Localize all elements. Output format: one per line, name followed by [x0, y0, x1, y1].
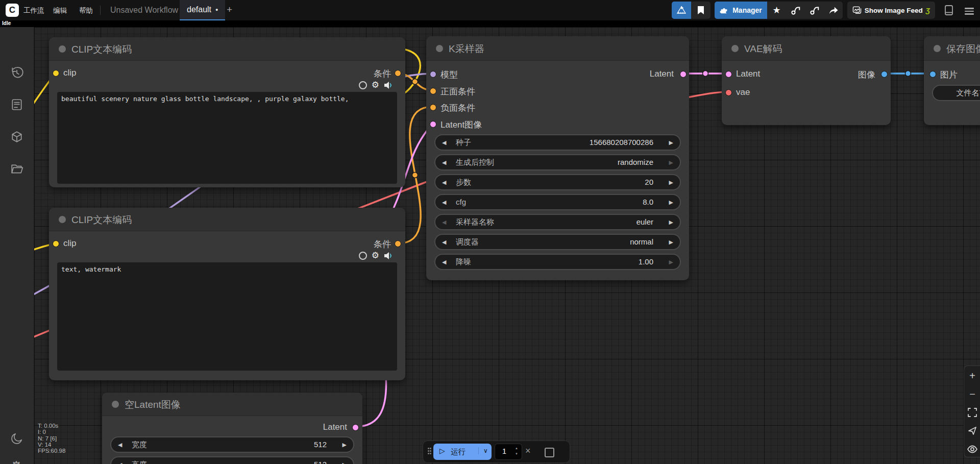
- node-library-icon[interactable]: [10, 98, 23, 111]
- seed-widget[interactable]: ◀ 种子 156680208700286 ▶: [434, 134, 681, 151]
- gear-icon[interactable]: ⚙: [372, 81, 379, 89]
- negative-input-port[interactable]: [430, 104, 436, 111]
- zoom-out-button[interactable]: −: [964, 385, 980, 403]
- menu-workflow[interactable]: 工作流: [23, 6, 44, 15]
- negative-prompt-textarea[interactable]: text, watermark: [57, 262, 397, 371]
- manager-tool-button-1[interactable]: [786, 2, 805, 19]
- node-ksampler[interactable]: K采样器 模型 正面条件 负面条件 Latent图像 Latent ◀ 种子 1…: [426, 36, 689, 280]
- toggle-circle-icon[interactable]: [359, 252, 367, 260]
- decrement-arrow[interactable]: ◀: [442, 239, 446, 246]
- decrement-arrow[interactable]: ◀: [442, 219, 446, 226]
- increment-arrow[interactable]: ▶: [669, 179, 673, 186]
- decrement-arrow[interactable]: ◀: [442, 139, 446, 146]
- select-mode-button[interactable]: [964, 422, 980, 440]
- share-button[interactable]: [824, 2, 843, 19]
- latent-input-port[interactable]: [430, 121, 436, 128]
- comfyui-logo[interactable]: C: [6, 4, 19, 17]
- node-header[interactable]: VAE解码: [722, 36, 891, 61]
- run-button[interactable]: ▷ 运行 ∨: [433, 444, 492, 460]
- menu-edit[interactable]: 编辑: [53, 6, 67, 15]
- chevron-down-icon[interactable]: ∨: [478, 447, 488, 454]
- gear-icon[interactable]: ⚙: [372, 251, 379, 260]
- conditioning-output-port[interactable]: [395, 70, 401, 77]
- latent-output-port[interactable]: [352, 424, 359, 431]
- decrement-arrow[interactable]: ◀: [442, 179, 446, 186]
- node-empty-latent-image[interactable]: 空Latent图像 Latent ◀ 宽度 512 ▶ ◀ 高度 512 ▶: [102, 393, 362, 464]
- model-library-icon[interactable]: [10, 130, 23, 143]
- cfg-widget[interactable]: ◀ cfg 8.0 ▶: [434, 194, 681, 210]
- settings-gear-icon[interactable]: ⚙: [10, 460, 23, 464]
- toggle-circle-icon[interactable]: [359, 81, 367, 89]
- queue-history-icon[interactable]: [10, 66, 23, 79]
- speaker-icon[interactable]: [384, 81, 393, 89]
- positive-prompt-textarea[interactable]: beautiful scenery nature glass bottle la…: [57, 92, 397, 184]
- latent-input-port[interactable]: [725, 71, 732, 78]
- image-output-port[interactable]: [881, 71, 888, 78]
- bookmark-button[interactable]: [691, 2, 710, 19]
- menu-help[interactable]: 帮助: [79, 6, 93, 15]
- increment-arrow[interactable]: ▶: [669, 239, 673, 246]
- increment-arrow[interactable]: ▶: [342, 461, 347, 464]
- node-header[interactable]: CLIP文本编码: [49, 37, 405, 61]
- height-widget[interactable]: ◀ 高度 512 ▶: [110, 456, 354, 464]
- hamburger-menu-icon[interactable]: [965, 6, 974, 16]
- width-widget[interactable]: ◀ 宽度 512 ▶: [110, 436, 354, 453]
- node-header[interactable]: 保存图像: [924, 36, 980, 61]
- workflows-folder-icon[interactable]: [10, 162, 23, 176]
- decrement-arrow[interactable]: ◀: [442, 199, 446, 206]
- fit-view-button[interactable]: [964, 403, 980, 422]
- filename-prefix-widget[interactable]: 文件名前缀: [932, 85, 980, 101]
- canvas-controls[interactable]: + −: [964, 365, 980, 457]
- node-vae-decode[interactable]: VAE解码 Latent vae 图像: [722, 36, 891, 125]
- spinner-down-icon[interactable]: ▼: [515, 452, 518, 455]
- node-clip-text-encode-2[interactable]: CLIP文本编码 clip 条件 ⚙ text, watermark: [49, 208, 405, 380]
- dock-panel-button[interactable]: [944, 5, 954, 18]
- control-after-generate-widget[interactable]: ◀ 生成后控制 randomize ▶: [434, 154, 681, 170]
- latent-output-port[interactable]: [680, 71, 687, 78]
- clip-input-port[interactable]: [53, 70, 59, 77]
- increment-arrow[interactable]: ▶: [669, 259, 673, 265]
- node-clip-text-encode-1[interactable]: CLIP文本编码 clip 条件 ⚙ beautiful scenery nat…: [49, 37, 405, 187]
- node-header[interactable]: 空Latent图像: [102, 393, 362, 416]
- show-image-feed-button[interactable]: Show Image Feed ʒ: [847, 2, 935, 19]
- manager-tool-button-2[interactable]: [805, 2, 824, 19]
- image-input-port[interactable]: [929, 71, 936, 78]
- new-tab-button[interactable]: +: [227, 4, 232, 15]
- clip-input-port[interactable]: [53, 240, 59, 247]
- decrement-arrow[interactable]: ◀: [118, 442, 122, 448]
- positive-input-port[interactable]: [430, 88, 436, 94]
- node-save-image[interactable]: 保存图像 图片 文件名前缀: [924, 36, 980, 125]
- decrement-arrow[interactable]: ◀: [442, 259, 446, 265]
- increment-arrow[interactable]: ▶: [669, 219, 673, 226]
- scheduler-widget[interactable]: ◀ 调度器 normal ▶: [434, 234, 681, 250]
- increment-arrow[interactable]: ▶: [669, 139, 673, 146]
- increment-arrow[interactable]: ▶: [669, 199, 673, 206]
- speaker-icon[interactable]: [384, 252, 393, 260]
- decrement-arrow[interactable]: ◀: [118, 461, 122, 464]
- tab-unsaved-workflow[interactable]: Unsaved Workflow ●: [103, 0, 192, 20]
- increment-arrow[interactable]: ▶: [342, 442, 347, 448]
- star-button[interactable]: ★: [767, 2, 786, 19]
- batch-count-input[interactable]: 1 ▲ ▼: [495, 444, 522, 460]
- vae-input-port[interactable]: [725, 89, 732, 96]
- stop-icon[interactable]: [545, 448, 554, 457]
- tab-default[interactable]: default ●: [180, 0, 225, 20]
- increment-arrow[interactable]: ▶: [669, 159, 673, 166]
- node-header[interactable]: K采样器: [426, 36, 689, 61]
- zoom-in-button[interactable]: +: [964, 367, 980, 385]
- drag-handle[interactable]: [428, 448, 432, 455]
- steps-widget[interactable]: ◀ 步数 20 ▶: [434, 174, 681, 190]
- clear-queue-icon[interactable]: ×: [525, 446, 531, 456]
- run-toolbar[interactable]: ▷ 运行 ∨ 1 ▲ ▼ ×: [423, 441, 570, 463]
- denoise-widget[interactable]: ◀ 降噪 1.00 ▶: [434, 254, 681, 270]
- node-header[interactable]: CLIP文本编码: [49, 208, 405, 231]
- spinner-up-icon[interactable]: ▲: [515, 447, 518, 450]
- manager-button[interactable]: Manager: [715, 2, 767, 19]
- toggle-visibility-button[interactable]: [964, 440, 980, 458]
- templates-button[interactable]: [672, 2, 691, 19]
- conditioning-output-port[interactable]: [395, 240, 401, 247]
- theme-toggle-moon-icon[interactable]: [10, 432, 23, 445]
- sampler-name-widget[interactable]: ◀ 采样器名称 euler ▶: [434, 214, 681, 230]
- model-input-port[interactable]: [430, 71, 436, 78]
- decrement-arrow[interactable]: ◀: [442, 159, 446, 166]
